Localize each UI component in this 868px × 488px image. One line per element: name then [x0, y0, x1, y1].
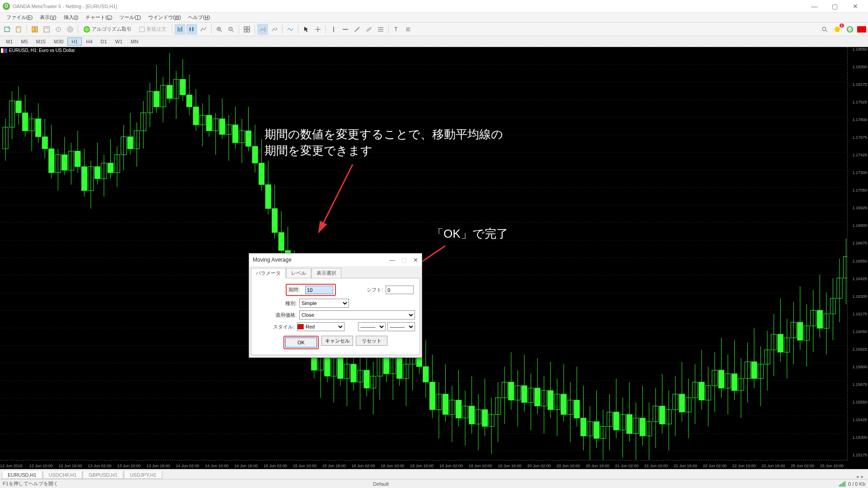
shift-input[interactable]: [386, 286, 414, 294]
horizontal-line-button[interactable]: [340, 24, 351, 35]
menu-ファイル[interactable]: ファイル(F): [3, 13, 36, 22]
status-profile[interactable]: Default: [373, 481, 389, 487]
equidistant-channel-button[interactable]: [363, 24, 374, 35]
text-label-button[interactable]: T: [391, 24, 402, 35]
dialog-titlebar[interactable]: Moving Average — ▢ ✕: [249, 253, 422, 266]
status-connection[interactable]: 0 / 0 Kb: [848, 481, 865, 487]
chart-tab-EURUSD-H1[interactable]: EURUSD,H1: [2, 471, 42, 479]
alerts-badge-icon[interactable]: 1: [832, 24, 843, 35]
time-tick: 15 Jun 02:00: [264, 464, 287, 468]
time-tick: 12 Jun 2018: [0, 464, 23, 468]
price-tick: 1.16550: [852, 259, 867, 263]
svg-rect-11: [140, 27, 145, 32]
style-line-select[interactable]: ———: [358, 322, 386, 331]
svg-point-8: [58, 29, 59, 30]
time-tick: 25 Jun 10:00: [820, 464, 844, 468]
connection-bars-icon: [839, 481, 845, 487]
time-tick: 21 Jun 10:00: [644, 464, 668, 468]
tile-button[interactable]: [241, 24, 252, 35]
timeframe-W1[interactable]: W1: [111, 38, 127, 46]
search-button[interactable]: [819, 24, 830, 35]
algo-icon: [84, 26, 90, 33]
new-chart-button[interactable]: [2, 24, 13, 35]
algo-trading-button[interactable]: アルゴリズム取引: [80, 24, 135, 35]
chart-tab-GBPUSD-H1[interactable]: GBPUSD,H1: [83, 471, 123, 479]
menu-挿入[interactable]: 挿入(I): [60, 13, 82, 22]
bar-chart-button[interactable]: [175, 24, 185, 35]
chart-tab-USDJPY-H1[interactable]: USDJPY,H1: [124, 471, 162, 479]
menu-ヘルプ[interactable]: ヘルプ(H): [184, 13, 213, 22]
time-tick: 21 Jun 02:00: [615, 464, 639, 468]
close-button[interactable]: ✕: [845, 0, 865, 13]
data-window-button[interactable]: [41, 24, 52, 35]
tab-scroll-arrows[interactable]: ◄ ►: [854, 474, 866, 479]
maximize-button[interactable]: ▢: [825, 0, 845, 13]
chart-shift-button[interactable]: [269, 24, 280, 35]
tab-display[interactable]: 表示選択: [311, 268, 341, 278]
menu-表示[interactable]: 表示(V): [36, 13, 60, 22]
menu-チャート[interactable]: チャート(C): [82, 13, 116, 22]
time-tick: 14 Jun 10:00: [205, 464, 229, 468]
tab-levels[interactable]: レベル: [286, 268, 311, 278]
crosshair-tool-button[interactable]: [312, 24, 323, 35]
svg-rect-27: [247, 30, 250, 32]
svg-rect-26: [244, 30, 246, 32]
menu-ウインドウ[interactable]: ウインドウ(W): [145, 13, 185, 22]
time-tick: 19 Jun 18:00: [498, 464, 521, 468]
fibo-button[interactable]: [375, 24, 386, 35]
objects-button[interactable]: [403, 24, 414, 35]
chart-area[interactable]: EURUSD, H1: Euro vs US Dollar 1.185501.1…: [0, 47, 868, 469]
cancel-button[interactable]: キャンセル: [321, 336, 353, 346]
line-chart-button[interactable]: [198, 24, 209, 35]
timeframe-M5[interactable]: M5: [17, 38, 32, 46]
price-tick: 1.16800: [852, 223, 867, 228]
lang-flag-icon[interactable]: [857, 26, 866, 33]
timeframe-MN[interactable]: MN: [127, 38, 142, 46]
indicators-button[interactable]: [285, 24, 296, 35]
vertical-line-button[interactable]: [328, 24, 339, 35]
zoom-out-button[interactable]: [226, 24, 236, 35]
timeframe-H1[interactable]: H1: [67, 38, 82, 46]
timeframe-D1[interactable]: D1: [97, 38, 111, 46]
new-order-button[interactable]: 新規注文: [136, 24, 170, 35]
zoom-in-button[interactable]: [214, 24, 225, 35]
timeframe-M1[interactable]: M1: [2, 38, 17, 46]
style-color-select[interactable]: [297, 322, 344, 331]
profiles-button[interactable]: [14, 24, 24, 35]
shift-label: シフト:: [367, 286, 386, 293]
dialog-maximize-button[interactable]: ▢: [401, 257, 407, 263]
style-width-select[interactable]: ———: [387, 322, 415, 331]
svg-rect-0: [5, 27, 9, 32]
method-select[interactable]: Simple: [299, 299, 349, 308]
minimize-button[interactable]: —: [804, 0, 825, 13]
menu-ツール[interactable]: ツール(T): [116, 13, 144, 22]
svg-line-34: [366, 27, 371, 31]
terminal-button[interactable]: [65, 24, 75, 35]
annotation-period: 期間の数値を変更することで、移動平均線の期間を変更できます: [264, 126, 509, 159]
cursor-tool-button[interactable]: [301, 24, 311, 35]
ok-button[interactable]: OK: [285, 338, 317, 347]
time-tick: 13 Jun 10:00: [117, 464, 141, 468]
svg-rect-4: [35, 27, 38, 32]
timeframe-M15[interactable]: M15: [32, 38, 50, 46]
market-watch-button[interactable]: [29, 24, 40, 35]
tab-parameters[interactable]: パラメータ: [251, 268, 286, 278]
chart-tab-USDCHF-H1[interactable]: USDCHF,H1: [43, 471, 83, 479]
symbol-text: EURUSD, H1: Euro vs US Dollar: [9, 48, 75, 53]
price-tick: 1.17800: [852, 117, 867, 122]
candle-chart-button[interactable]: [186, 24, 197, 35]
dialog-tabs: パラメータ レベル 表示選択: [249, 266, 422, 278]
autoscroll-button[interactable]: [257, 24, 268, 35]
signals-icon[interactable]: LVL: [844, 24, 855, 35]
timeframe-M30[interactable]: M30: [50, 38, 67, 46]
timeframe-H4[interactable]: H4: [82, 38, 96, 46]
trend-line-button[interactable]: [352, 24, 363, 35]
dialog-close-button[interactable]: ✕: [413, 257, 418, 263]
navigator-button[interactable]: [53, 24, 64, 35]
period-input[interactable]: [305, 286, 333, 294]
price-tick: 1.15550: [852, 400, 867, 404]
price-tick: 1.16425: [852, 277, 867, 281]
dialog-minimize-button[interactable]: —: [389, 257, 395, 263]
apply-to-select[interactable]: Close: [299, 310, 415, 319]
reset-button[interactable]: リセット: [356, 336, 387, 346]
